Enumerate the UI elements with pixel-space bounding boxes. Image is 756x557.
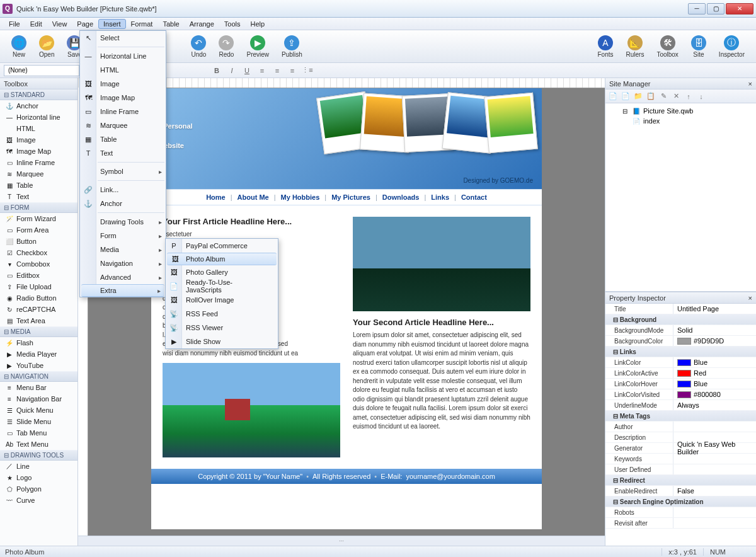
insert-menu-form[interactable]: Form: [80, 229, 166, 243]
toolbox-item-marquee[interactable]: ≋Marquee: [0, 168, 77, 180]
extra-menu-slide-show[interactable]: ▶Slide Show: [166, 335, 278, 348]
prop-enableredirect[interactable]: EnableRedirectFalse: [605, 486, 756, 497]
align-center-button[interactable]: ≡: [271, 65, 284, 76]
toolbox-item-radio-button[interactable]: ◉Radio Button: [0, 292, 77, 304]
nav-downloads[interactable]: Downloads: [382, 193, 420, 201]
prop-revisit after[interactable]: Revisit after: [605, 518, 756, 529]
insert-menu-navigation[interactable]: Navigation: [80, 256, 166, 270]
up-icon[interactable]: ↑: [684, 91, 694, 101]
insert-menu-image-map[interactable]: 🗺Image Map: [80, 91, 166, 105]
toolbar-open[interactable]: 📂Open: [34, 34, 59, 59]
insert-menu-media[interactable]: Media: [80, 243, 166, 256]
toolbar-rulers[interactable]: 📐Rulers: [621, 34, 649, 59]
delete-icon[interactable]: ✕: [671, 91, 681, 101]
extra-menu-paypal-ecommerce[interactable]: PPayPal eCommerce: [166, 239, 278, 253]
toolbox-item-tab-menu[interactable]: ▭Tab Menu: [0, 427, 77, 439]
prop-linkcolorvisited[interactable]: LinkColorVisited#800080: [605, 389, 756, 400]
menu-arrange[interactable]: Arrange: [185, 19, 219, 29]
list-button[interactable]: ⋮≡: [301, 65, 314, 76]
insert-menu-text[interactable]: TText: [80, 146, 166, 160]
insert-menu-horizontal-line[interactable]: —Horizontal Line: [80, 49, 166, 63]
prop-linkcoloractive[interactable]: LinkColorActiveRed: [605, 368, 756, 379]
prop-linkcolor[interactable]: LinkColorBlue: [605, 357, 756, 368]
toolbox-item-text-menu[interactable]: AbText Menu: [0, 439, 77, 450]
nav-links[interactable]: Links: [431, 193, 449, 201]
extra-menu-photo-gallery[interactable]: 🖼Photo Gallery: [166, 265, 278, 279]
toolbox-item-form-wizard[interactable]: 🪄Form Wizard: [0, 213, 77, 224]
extra-menu-photo-album[interactable]: 🖼Photo Album: [167, 253, 277, 265]
toolbox-item-anchor[interactable]: ⚓Anchor: [0, 100, 77, 112]
toolbox-item-image-map[interactable]: 🗺Image Map: [0, 146, 77, 157]
prop-generator[interactable]: GeneratorQuick 'n Easy Web Builder: [605, 443, 756, 454]
toolbar-fonts[interactable]: AFonts: [592, 34, 618, 59]
menu-help[interactable]: Help: [246, 19, 270, 29]
toolbox-item-menu-bar[interactable]: ≡Menu Bar: [0, 382, 77, 393]
prop-robots[interactable]: Robots: [605, 507, 756, 518]
toolbox-item-line[interactable]: ／Line: [0, 461, 77, 472]
nav-home[interactable]: Home: [206, 193, 226, 201]
toolbox-group-navigation[interactable]: ⊟ NAVIGATION: [0, 371, 77, 382]
toolbox-item-flash[interactable]: ⚡Flash: [0, 337, 77, 348]
insert-menu-anchor[interactable]: ⚓Anchor: [80, 197, 166, 210]
horizontal-scrollbar[interactable]: ⋯: [78, 536, 605, 546]
menu-tools[interactable]: Tools: [219, 19, 246, 29]
toolbox-item-text[interactable]: TText: [0, 191, 77, 202]
toolbox-item-button[interactable]: ⬜Button: [0, 236, 77, 247]
insert-extra-submenu[interactable]: PPayPal eCommerce🖼Photo Album🖼Photo Gall…: [165, 238, 278, 349]
nav-contact[interactable]: Contact: [461, 193, 487, 201]
toolbox-item-combobox[interactable]: ▾Combobox: [0, 258, 77, 270]
insert-menu-symbol[interactable]: Symbol: [80, 164, 166, 178]
toolbar-inspector[interactable]: ⓘInspector: [714, 34, 750, 59]
menu-page[interactable]: Page: [72, 19, 98, 29]
toolbar-undo[interactable]: ↶Undo: [186, 34, 211, 59]
menu-view[interactable]: View: [47, 19, 72, 29]
nav-my-pictures[interactable]: My Pictures: [331, 193, 370, 201]
prop-underlinemode[interactable]: UnderlineModeAlways: [605, 400, 756, 411]
toolbox-item-text-area[interactable]: ▤Text Area: [0, 315, 77, 326]
folder-icon[interactable]: 📁: [633, 91, 643, 101]
toolbox-group-form[interactable]: ⊟ FORM: [0, 202, 77, 213]
toolbox-group-media[interactable]: ⊟ MEDIA: [0, 326, 77, 337]
prop-linkcolorhover[interactable]: LinkColorHoverBlue: [605, 379, 756, 389]
toolbar-new[interactable]: 🌐New: [6, 34, 32, 59]
insert-menu-extra[interactable]: Extra: [81, 284, 164, 297]
toolbar-preview[interactable]: ▶Preview: [241, 34, 274, 59]
insert-menu-html[interactable]: HTML: [80, 63, 166, 77]
toolbar-redo[interactable]: ↷Redo: [214, 34, 239, 59]
extra-menu-rss-viewer[interactable]: 📡RSS Viewer: [166, 321, 278, 335]
toolbox-item-youtube[interactable]: ▶YouTube: [0, 360, 77, 371]
toolbar-site[interactable]: 🗄Site: [686, 34, 711, 59]
toolbox-item-curve[interactable]: 〰Curve: [0, 495, 77, 506]
prop-author[interactable]: Author: [605, 422, 756, 432]
insert-menu-select[interactable]: ↖Select: [80, 31, 166, 45]
extra-menu-rss-feed[interactable]: 📡RSS Feed: [166, 307, 278, 321]
nav-my-hobbies[interactable]: My Hobbies: [281, 193, 320, 201]
down-icon[interactable]: ↓: [696, 91, 706, 101]
italic-button[interactable]: I: [226, 65, 238, 76]
prop-category-search-engine-optimization[interactable]: ⊟ Search Engine Optimization: [605, 497, 756, 507]
property-grid[interactable]: TitleUntitled Page⊟ BackgroundBackground…: [605, 304, 756, 546]
toolbox-item-horizontal-line[interactable]: —Horizontal line: [0, 112, 77, 123]
copy-icon[interactable]: 📋: [646, 91, 656, 101]
extra-menu-rollover-image[interactable]: 🖼RollOver Image: [166, 293, 278, 307]
toolbox-item-checkbox[interactable]: ☑Checkbox: [0, 247, 77, 258]
clone-page-icon[interactable]: 📄: [621, 91, 631, 101]
toolbox-item-quick-menu[interactable]: ☰Quick Menu: [0, 405, 77, 416]
menu-insert[interactable]: Insert: [98, 19, 126, 29]
menu-edit[interactable]: Edit: [25, 19, 47, 29]
insert-menu-image[interactable]: 🖼Image: [80, 77, 166, 91]
toolbox-item-editbox[interactable]: ▭Editbox: [0, 270, 77, 281]
style-combo[interactable]: (None): [4, 65, 79, 76]
prop-user defined[interactable]: User Defined: [605, 464, 756, 475]
bold-button[interactable]: B: [210, 65, 223, 76]
tree-root[interactable]: ⊟ 📘 Picture Site.qwb: [609, 106, 752, 116]
toolbar-toolbox[interactable]: 🛠Toolbox: [651, 34, 683, 59]
toolbox-item-recaptcha[interactable]: ↻reCAPTCHA: [0, 304, 77, 315]
toolbar-publish[interactable]: ⇪Publish: [277, 34, 307, 59]
insert-menu-marquee[interactable]: ≋Marquee: [80, 118, 166, 132]
prop-category-redirect[interactable]: ⊟ Redirect: [605, 475, 756, 486]
panel-close-icon[interactable]: ×: [748, 294, 752, 302]
toolbox-item-form-area[interactable]: ▭Form Area: [0, 224, 77, 236]
insert-menu-drawing-tools[interactable]: Drawing Tools: [80, 215, 166, 229]
edit-icon[interactable]: ✎: [658, 91, 668, 101]
